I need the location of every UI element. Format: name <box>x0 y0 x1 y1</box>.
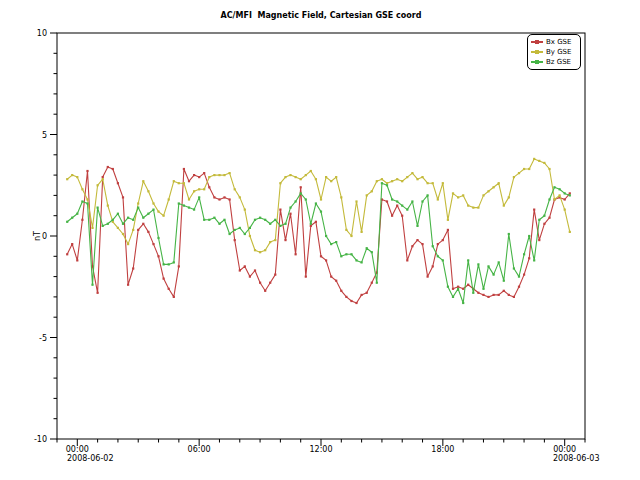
series-bz-gse-marker <box>152 209 154 211</box>
series-bz-gse-marker <box>330 243 332 245</box>
x-tick-label: 12:00 <box>309 445 332 454</box>
series-bz-gse-marker <box>264 219 266 221</box>
series-bx-gse-marker <box>173 296 175 298</box>
series-by-gse-marker <box>229 172 231 174</box>
series-by-gse-marker <box>244 209 246 211</box>
series-bx-gse-marker <box>305 276 307 278</box>
series-bx-gse-marker <box>289 213 291 215</box>
series-bx-gse-marker <box>223 196 225 198</box>
x-tick-label: 06:00 <box>188 445 211 454</box>
series-by-gse-marker <box>553 198 555 200</box>
series-bz-gse-marker <box>117 213 119 215</box>
series-bx-gse-marker <box>132 267 134 269</box>
series-bz-gse-marker <box>361 261 363 263</box>
series-bz-gse-marker <box>452 296 454 298</box>
series-by-gse-marker <box>442 182 444 184</box>
series-bz-gse-marker <box>112 219 114 221</box>
series-by-gse-marker <box>152 202 154 204</box>
series-bx-gse-marker <box>81 219 83 221</box>
series-bz-gse-marker <box>300 192 302 194</box>
series-bx-gse-marker <box>340 290 342 292</box>
series-bz-gse-marker <box>543 215 545 217</box>
series-bx-gse-marker <box>533 209 535 211</box>
series-bx-gse-marker <box>320 255 322 257</box>
series-bx-gse-marker <box>229 198 231 200</box>
series-bx-gse-marker <box>178 265 180 267</box>
series-by-gse-marker <box>86 198 88 200</box>
y-tick-label: -10 <box>34 435 47 444</box>
series-bx-gse-marker <box>188 180 190 182</box>
series-bz-gse-marker <box>320 211 322 213</box>
series-by-gse-marker <box>137 202 139 204</box>
series-by-gse-marker <box>361 231 363 233</box>
series-bx-gse-marker <box>269 282 271 284</box>
series-bx-gse-marker <box>249 276 251 278</box>
series-bx-gse-marker <box>493 294 495 296</box>
series-bx-gse-marker <box>76 259 78 261</box>
series-bz-gse-marker <box>355 259 357 261</box>
series-by-gse-marker <box>132 229 134 231</box>
series-bx-gse-marker <box>234 239 236 241</box>
series-bz-gse-marker <box>310 223 312 225</box>
series-bz-gse-marker <box>457 288 459 290</box>
series-by-gse-marker <box>401 180 403 182</box>
series-by-gse-marker <box>564 209 566 211</box>
series-by-gse-marker <box>472 207 474 209</box>
series-bz-gse-marker <box>340 255 342 257</box>
series-bz-gse-marker <box>198 196 200 198</box>
series-by-gse-marker <box>147 190 149 192</box>
series-by-gse-marker <box>142 180 144 182</box>
x-axis: 00:0006:0012:0018:0000:00 <box>57 439 585 454</box>
series-by-gse-marker <box>168 198 170 200</box>
series-by-gse-marker <box>396 178 398 180</box>
series-by-gse-marker <box>518 172 520 174</box>
series-bz-gse-marker <box>102 225 104 227</box>
series-by-gse-marker <box>218 174 220 176</box>
series-bz-gse-marker <box>97 207 99 209</box>
series-by-gse-marker <box>310 170 312 172</box>
series-by-gse-marker <box>208 176 210 178</box>
bx-line-swatch-icon <box>531 41 543 43</box>
series-bz-gse-marker <box>416 225 418 227</box>
series-by-gse-marker <box>406 176 408 178</box>
series-bz-gse-marker <box>127 217 129 219</box>
series-bz-gse-marker <box>559 188 561 190</box>
series-by-gse-marker <box>462 194 464 196</box>
series-bz-gse-marker <box>350 253 352 255</box>
series-bz-gse-marker <box>553 186 555 188</box>
series-bz-gse-marker <box>513 267 515 269</box>
series-bz-gse-marker <box>289 207 291 209</box>
series-by-gse-marker <box>371 190 373 192</box>
series-by-gse-marker <box>107 205 109 207</box>
series-bx-gse-marker <box>462 288 464 290</box>
series-bx-gse-marker <box>97 292 99 294</box>
series-bz-gse-marker <box>528 235 530 237</box>
series-bx-gse-marker <box>523 274 525 276</box>
series-bx-gse-marker <box>366 292 368 294</box>
legend-item-bx: Bx GSE <box>531 37 580 47</box>
series-bz-gse-marker <box>386 184 388 186</box>
series-bx-gse-marker <box>396 205 398 207</box>
series-bz-gse-marker <box>305 198 307 200</box>
series-bz-gse-marker <box>157 237 159 239</box>
series-bx-gse-marker <box>203 172 205 174</box>
series-by-gse-marker <box>493 186 495 188</box>
series-by-gse-marker <box>538 160 540 162</box>
series-by-gse-marker <box>300 178 302 180</box>
series-bz-gse-marker <box>381 182 383 184</box>
series-by-gse-marker <box>254 249 256 251</box>
series-by-gse-marker <box>66 178 68 180</box>
series-by-gse-marker <box>295 176 297 178</box>
series-by-gse-marker <box>366 194 368 196</box>
series-by-gse-marker <box>421 176 423 178</box>
series-by-gse-marker <box>376 180 378 182</box>
series-bx-gse-marker <box>447 229 449 231</box>
series-bx-gse-marker <box>244 265 246 267</box>
series-bx-gse-marker <box>335 280 337 282</box>
series-by-gse-marker <box>528 168 530 170</box>
series-bz-gse-marker <box>259 217 261 219</box>
series-by-gse-marker <box>284 176 286 178</box>
series-bx-gse-marker <box>152 243 154 245</box>
series-by-gse-marker <box>173 180 175 182</box>
series-bz-gse-marker <box>132 219 134 221</box>
